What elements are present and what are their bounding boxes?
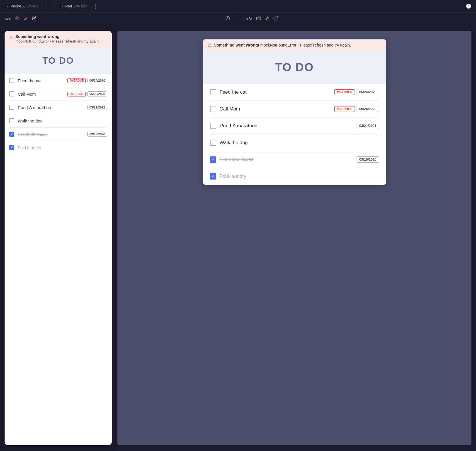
ipad-error-text: Something went wrong! mockNotFoundError … <box>214 43 351 47</box>
todo-badges-2: OVERDUE 06/26/2020 <box>67 91 107 96</box>
edit-icon-iphone[interactable] <box>32 16 37 21</box>
ipad-date-badge-3: 03/21/2021 <box>357 123 379 129</box>
iphone-panel: ⚠ Something went wrong! mockNotFoundErro… <box>5 31 112 445</box>
ipad-todo-text-2: Call Mom <box>220 106 331 112</box>
overdue-badge-1: OVERDUE <box>67 78 85 83</box>
todo-item: Fold laundry <box>210 168 379 185</box>
todo-item: Call Mom OVERDUE 06/26/2020 <box>210 101 379 118</box>
clock-icon-iphone[interactable] <box>225 16 230 21</box>
iphone-error-banner: ⚠ Something went wrong! mockNotFoundErro… <box>5 31 112 47</box>
todo-item: Run LA marathon 03/21/2021 <box>210 118 379 134</box>
todo-checkbox-6[interactable] <box>9 145 14 150</box>
iphone-error-text: Something went wrong! mockNotFoundError … <box>15 34 100 44</box>
toolbar-right-icons: 🕐 <box>466 3 471 9</box>
code-icon-iphone[interactable]: </> <box>5 16 11 21</box>
iphone-todo-list: Feed the cat OVERDUE 06/24/2020 Call Mom… <box>5 74 112 154</box>
ipad-overdue-badge-2: OVERDUE <box>334 106 355 112</box>
ipad-menu-button[interactable]: ⋮ <box>93 3 99 9</box>
ipad-toolbar-icons: </> <box>246 16 472 21</box>
camera-icon-ipad[interactable] <box>256 16 261 21</box>
todo-badges-5: 03/10/2020 <box>87 132 107 137</box>
ipad-inner: ⚠ Something went wrong! mockNotFoundErro… <box>203 39 386 185</box>
todo-checkbox-4[interactable] <box>9 118 14 123</box>
camera-icon-iphone[interactable] <box>15 16 19 21</box>
todo-checkbox-3[interactable] <box>9 105 14 110</box>
ipad-resolution: 768x1024 <box>74 5 87 8</box>
todo-text-5: File 2020 Taxes <box>18 132 84 137</box>
ipad-todo-checkbox-1[interactable] <box>210 89 216 95</box>
ipad-todo-checkbox-3[interactable] <box>210 123 216 129</box>
svg-point-2 <box>258 18 259 19</box>
ipad-error-desc: mockNotFoundError - Please refresh and t… <box>260 43 351 47</box>
iphone-menu-button[interactable]: ⋮ <box>44 3 50 9</box>
todo-text-1: Feed the cat <box>18 78 64 83</box>
ipad-todo-badges-5: 03/10/2020 <box>357 156 379 163</box>
secondary-toolbar: </> </> <box>0 13 476 25</box>
ipad-todo-title: TO DO <box>210 61 379 74</box>
svg-point-0 <box>16 18 18 19</box>
ipad-panel: ⚠ Something went wrong! mockNotFoundErro… <box>117 31 471 445</box>
iphone-toolbar-icons: </> <box>5 16 230 21</box>
ipad-date-badge-1: 06/24/2020 <box>357 89 379 95</box>
ipad-name: iPad <box>65 4 72 8</box>
ipad-todo-checkbox-2[interactable] <box>210 106 216 112</box>
date-badge-1: 06/24/2020 <box>87 78 107 83</box>
todo-item: Feed the cat OVERDUE 06/24/2020 <box>210 84 379 101</box>
ipad-todo-checkbox-5[interactable] <box>210 156 216 163</box>
clock-icon[interactable]: 🕐 <box>466 3 471 9</box>
top-toolbar: ▭ iPhone X 375x812 ⋮ ▭ iPad 768x1024 ⋮ 🕐 <box>0 0 476 13</box>
todo-item: Walk the dog <box>9 114 107 128</box>
main-content: ⚠ Something went wrong! mockNotFoundErro… <box>0 25 476 451</box>
iphone-name: iPhone X <box>10 4 25 8</box>
ipad-error-icon: ⚠ <box>208 42 212 48</box>
ipad-todo-text-3: Run LA marathon <box>220 123 353 129</box>
todo-item: Call Mom OVERDUE 06/26/2020 <box>9 87 107 101</box>
todo-text-3: Run LA marathon <box>18 105 84 110</box>
ipad-todo-badges-1: OVERDUE 06/24/2020 <box>334 89 379 95</box>
ipad-todo-text-1: Feed the cat <box>220 89 331 95</box>
todo-item: File 2020 Taxes 03/10/2020 <box>210 151 379 168</box>
todo-item: File 2020 Taxes 03/10/2020 <box>9 128 107 141</box>
iphone-device-icon: ▭ <box>5 4 8 8</box>
todo-text-4: Walk the dog <box>18 118 104 123</box>
ipad-todo-checkbox-4[interactable] <box>210 140 216 146</box>
overdue-badge-2: OVERDUE <box>67 92 85 96</box>
date-badge-2: 06/26/2020 <box>87 91 107 96</box>
ipad-date-badge-2: 06/26/2020 <box>357 106 379 112</box>
iphone-error-desc: mockNotFoundError - Please refresh and t… <box>15 39 100 44</box>
todo-checkbox-2[interactable] <box>9 91 14 96</box>
todo-item: Run LA marathon 03/21/2021 <box>9 101 107 114</box>
todo-badges-3: 03/21/2021 <box>87 105 107 110</box>
toolbar2-separator <box>238 15 238 23</box>
todo-text-6: Fold laundry <box>18 145 104 150</box>
ipad-todo-badges-2: OVERDUE 06/26/2020 <box>334 106 379 112</box>
todo-item: Fold laundry <box>9 141 107 154</box>
eyedropper-icon-iphone[interactable] <box>23 16 28 21</box>
ipad-todo-text-4: Walk the dog <box>220 140 376 146</box>
todo-badges-1: OVERDUE 06/24/2020 <box>67 78 107 83</box>
ipad-overdue-badge-1: OVERDUE <box>334 89 355 95</box>
ipad-device-info: iPad 768x1024 <box>65 4 87 8</box>
ipad-error-title: Something went wrong! <box>214 43 259 47</box>
ipad-device-icon: ▭ <box>59 4 63 8</box>
todo-text-2: Call Mom <box>18 92 64 96</box>
eyedropper-icon-ipad[interactable] <box>265 16 269 21</box>
ipad-date-badge-5: 03/10/2020 <box>357 156 379 163</box>
ipad-todo-badges-3: 03/21/2021 <box>357 123 379 129</box>
iphone-resolution: 375x812 <box>27 5 39 8</box>
ipad-todo-checkbox-6[interactable] <box>210 173 216 180</box>
code-icon-ipad[interactable]: </> <box>246 16 253 21</box>
edit-icon-ipad[interactable] <box>273 16 278 21</box>
ipad-todo-text-6: Fold laundry <box>220 174 376 179</box>
todo-item: Feed the cat OVERDUE 06/24/2020 <box>9 74 107 87</box>
iphone-todo-header: TO DO <box>5 47 112 74</box>
iphone-device-info: iPhone X 375x812 <box>10 4 39 8</box>
date-badge-3: 03/21/2021 <box>87 105 107 110</box>
iphone-error-icon: ⚠ <box>9 35 13 40</box>
todo-item: Walk the dog <box>210 134 379 151</box>
ipad-todo-header: TO DO <box>203 51 386 84</box>
todo-checkbox-1[interactable] <box>9 78 14 83</box>
left-device-section: ▭ iPhone X 375x812 ⋮ ▭ iPad 768x1024 ⋮ <box>5 2 466 10</box>
toolbar-separator <box>55 2 55 10</box>
todo-checkbox-5[interactable] <box>9 132 14 137</box>
